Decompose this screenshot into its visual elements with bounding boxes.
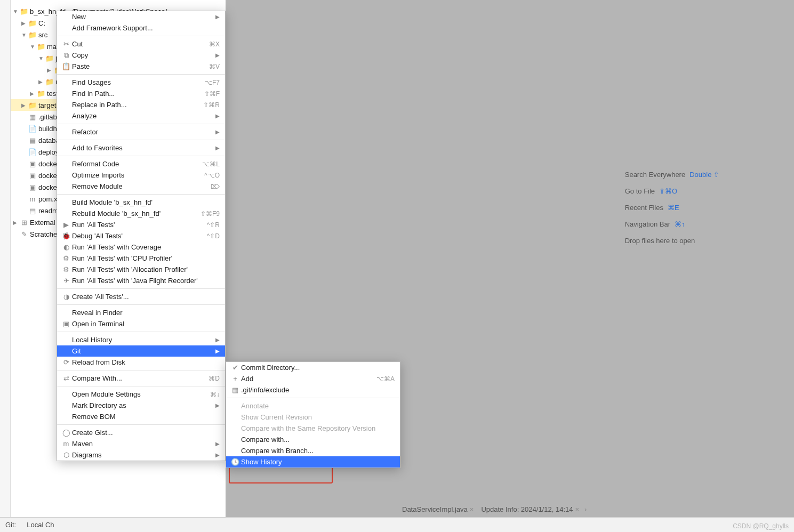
menu-item-compare-with[interactable]: ⇄Compare With...⌘D: [57, 373, 225, 384]
menu-item-reformat-code[interactable]: Reformat Code⌥⌘L: [57, 158, 225, 170]
menu-item-compare-with-the-same-repository-version: Compare with the Same Repository Version: [226, 423, 400, 434]
menu-item-reveal-in-finder[interactable]: Reveal in Finder: [57, 307, 225, 318]
scratch-icon: ✎: [19, 230, 29, 238]
menu-item-run-all-tests-with-coverage[interactable]: ◐Run 'All Tests' with Coverage: [57, 241, 225, 253]
menu-item-refactor[interactable]: Refactor▶: [57, 126, 225, 138]
debug-icon: 🐞: [60, 232, 72, 240]
menu-item-diagrams[interactable]: ⬡Diagrams▶: [57, 449, 225, 461]
expand-arrow-icon[interactable]: ▶: [13, 220, 19, 225]
git-submenu: ✔Commit Directory...+Add⌥⌘A▦.git/info/ex…: [226, 361, 400, 468]
expand-arrow-icon[interactable]: ▼: [21, 32, 28, 38]
menu-item-label: Find Usages: [72, 78, 205, 86]
menu-item-label: .git/info/exclude: [241, 386, 395, 394]
menu-item-find-in-path[interactable]: Find in Path...⇧⌘F: [57, 88, 225, 99]
menu-item-label: Refactor: [72, 128, 212, 136]
menu-item-compare-with[interactable]: Compare with...: [226, 434, 400, 445]
menu-item-debug-all-tests[interactable]: 🐞Debug 'All Tests'^⇧D: [57, 230, 225, 241]
menu-item-rebuild-module-b-sx-hn-fd[interactable]: Rebuild Module 'b_sx_hn_fd'⇧⌘F9: [57, 208, 225, 219]
menu-item-compare-with-branch[interactable]: Compare with Branch...: [226, 445, 400, 456]
menu-item-label: Replace in Path...: [72, 101, 203, 109]
menu-item-remove-bom[interactable]: Remove BOM: [57, 411, 225, 422]
menu-item-show-history[interactable]: 🕓Show History: [226, 456, 400, 467]
menu-item-label: Cut: [72, 40, 209, 48]
submenu-arrow-icon: ▶: [215, 14, 220, 20]
expand-arrow-icon[interactable]: ▼: [13, 9, 19, 14]
menu-item-git[interactable]: Git▶: [57, 345, 225, 357]
submenu-arrow-icon: ▶: [215, 452, 220, 458]
menu-item-label: Paste: [72, 62, 209, 70]
add-icon: +: [229, 375, 241, 383]
expand-arrow-icon[interactable]: ▶: [21, 20, 28, 26]
menu-item-build-module-b-sx-hn-fd[interactable]: Build Module 'b_sx_hn_fd': [57, 197, 225, 208]
commit-icon: ✔: [229, 364, 241, 372]
expand-arrow-icon[interactable]: ▶: [47, 67, 53, 73]
expand-arrow-icon[interactable]: ▶: [30, 91, 36, 96]
menu-item-label: Find in Path...: [72, 90, 204, 98]
menu-item-shortcut: ⇧⌘R: [203, 101, 220, 109]
menu-item-optimize-imports[interactable]: Optimize Imports^⌥O: [57, 170, 225, 181]
tree-item-label: src: [38, 31, 47, 39]
menu-item-remove-module[interactable]: Remove Module⌦: [57, 181, 225, 192]
menu-item-shortcut: ⌥⌘A: [376, 375, 395, 383]
menu-item-shortcut: ⇧⌘F9: [200, 210, 220, 217]
sql-icon: ▤: [28, 136, 37, 144]
menu-item-label: Diagrams: [72, 451, 212, 459]
menu-item-commit-directory[interactable]: ✔Commit Directory...: [226, 362, 400, 373]
menu-item-create-gist[interactable]: ◯Create Gist...: [57, 427, 225, 438]
menu-item-add-to-favorites[interactable]: Add to Favorites▶: [57, 142, 225, 154]
menu-item-label: Create Gist...: [72, 429, 220, 437]
menu-item-shortcut: ^⌥O: [204, 172, 220, 179]
local-changes-tab[interactable]: Local Ch: [21, 521, 59, 529]
menu-item-run-all-tests-with-cpu-profiler[interactable]: ⚙Run 'All Tests' with 'CPU Profiler': [57, 253, 225, 264]
menu-item-label: Mark Directory as: [72, 401, 212, 409]
menu-item-label: Analyze: [72, 112, 212, 120]
menu-item-label: Compare with...: [241, 436, 395, 444]
menu-item-add[interactable]: +Add⌥⌘A: [226, 373, 400, 384]
menu-item-shortcut: ^⇧R: [207, 221, 220, 229]
menu-item-run-all-tests-with-java-flight-recorder[interactable]: ✈Run 'All Tests' with 'Java Flight Recor…: [57, 275, 225, 286]
menu-item-label: Build Module 'b_sx_hn_fd': [72, 198, 220, 206]
submenu-arrow-icon: ▶: [215, 113, 220, 119]
close-icon[interactable]: ×: [470, 505, 474, 513]
menu-item-maven[interactable]: mMaven▶: [57, 438, 225, 449]
menu-item-run-all-tests[interactable]: ▶Run 'All Tests'^⇧R: [57, 219, 225, 230]
lib-icon: ⊞: [19, 219, 29, 227]
menu-item-open-module-settings[interactable]: Open Module Settings⌘↓: [57, 389, 225, 400]
submenu-arrow-icon: ▶: [215, 129, 220, 135]
menu-item-label: Add to Favorites: [72, 144, 212, 152]
menu-item-replace-in-path[interactable]: Replace in Path...⇧⌘R: [57, 99, 225, 110]
menu-item-new[interactable]: New▶: [57, 11, 225, 22]
history-icon: 🕓: [229, 458, 241, 466]
folder-icon: 📁: [28, 31, 37, 39]
menu-item-analyze[interactable]: Analyze▶: [57, 110, 225, 122]
menu-item-paste[interactable]: 📋Paste⌘V: [57, 61, 225, 72]
menu-item-label: Reload from Disk: [72, 358, 220, 366]
close-icon[interactable]: ×: [575, 505, 579, 513]
menu-item-reload-from-disk[interactable]: ⟳Reload from Disk: [57, 357, 225, 368]
menu-item-mark-directory-as[interactable]: Mark Directory as▶: [57, 400, 225, 411]
expand-arrow-icon[interactable]: ▼: [38, 55, 45, 61]
menu-item-local-history[interactable]: Local History▶: [57, 334, 225, 345]
menu-item-copy[interactable]: ⧉Copy▶: [57, 50, 225, 61]
menu-item-run-all-tests-with-allocation-profiler[interactable]: ⚙Run 'All Tests' with 'Allocation Profil…: [57, 264, 225, 275]
submenu-arrow-icon: ▶: [215, 441, 220, 447]
menu-item-open-in-terminal[interactable]: ▣Open in Terminal: [57, 318, 225, 329]
menu-item-label: Run 'All Tests': [72, 221, 207, 229]
expand-arrow-icon[interactable]: ▶: [38, 79, 45, 85]
expand-arrow-icon[interactable]: ▶: [21, 102, 28, 108]
tool-window-stripe[interactable]: [0, 0, 11, 532]
expand-arrow-icon[interactable]: ▼: [30, 44, 36, 50]
menu-item-label: Git: [72, 347, 212, 355]
menu-item-cut[interactable]: ✂Cut⌘X: [57, 38, 225, 50]
menu-item-add-framework-support[interactable]: Add Framework Support...: [57, 22, 225, 34]
menu-item-create-all-tests[interactable]: ◑Create 'All Tests'...: [57, 291, 225, 302]
menu-item-git-info-exclude[interactable]: ▦.git/info/exclude: [226, 384, 400, 396]
run-icon: ▶: [60, 221, 72, 229]
paste-icon: 📋: [60, 62, 72, 70]
tab-dataservice[interactable]: DataServiceImpl.java×: [400, 505, 476, 513]
tab-update-info[interactable]: Update Info: 2024/1/12, 14:14×: [479, 505, 581, 513]
menu-item-find-usages[interactable]: Find Usages⌥F7: [57, 77, 225, 88]
hint-goto-file: Go to File ⇧⌘O: [625, 187, 719, 195]
submenu-arrow-icon: ▶: [215, 337, 220, 343]
folder-icon: 📁: [28, 101, 37, 109]
